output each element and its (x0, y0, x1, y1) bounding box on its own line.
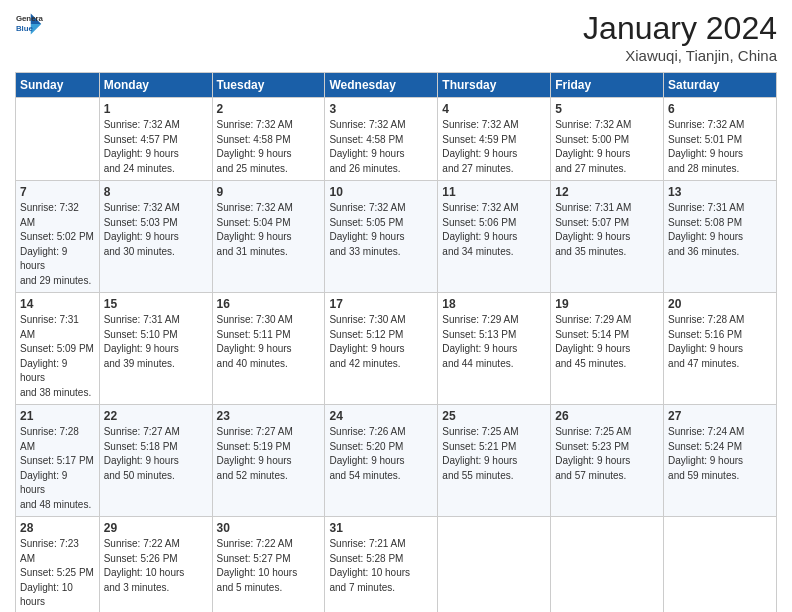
day-info: Sunrise: 7:32 AM Sunset: 4:59 PM Dayligh… (442, 118, 546, 176)
day-info: Sunrise: 7:30 AM Sunset: 5:11 PM Dayligh… (217, 313, 321, 371)
day-number: 8 (104, 185, 208, 199)
day-number: 2 (217, 102, 321, 116)
day-info: Sunrise: 7:27 AM Sunset: 5:18 PM Dayligh… (104, 425, 208, 483)
day-info: Sunrise: 7:32 AM Sunset: 5:00 PM Dayligh… (555, 118, 659, 176)
day-number: 16 (217, 297, 321, 311)
calendar-cell: 7Sunrise: 7:32 AM Sunset: 5:02 PM Daylig… (16, 181, 100, 293)
column-header-wednesday: Wednesday (325, 73, 438, 98)
day-number: 12 (555, 185, 659, 199)
location: Xiawuqi, Tianjin, China (583, 47, 777, 64)
day-info: Sunrise: 7:32 AM Sunset: 5:03 PM Dayligh… (104, 201, 208, 259)
day-info: Sunrise: 7:22 AM Sunset: 5:27 PM Dayligh… (217, 537, 321, 595)
day-number: 11 (442, 185, 546, 199)
calendar-cell: 2Sunrise: 7:32 AM Sunset: 4:58 PM Daylig… (212, 98, 325, 181)
calendar-cell: 5Sunrise: 7:32 AM Sunset: 5:00 PM Daylig… (551, 98, 664, 181)
month-year: January 2024 (583, 10, 777, 47)
day-number: 4 (442, 102, 546, 116)
day-info: Sunrise: 7:31 AM Sunset: 5:07 PM Dayligh… (555, 201, 659, 259)
calendar-cell: 9Sunrise: 7:32 AM Sunset: 5:04 PM Daylig… (212, 181, 325, 293)
page: General Blue January 2024 Xiawuqi, Tianj… (0, 0, 792, 612)
calendar-cell: 28Sunrise: 7:23 AM Sunset: 5:25 PM Dayli… (16, 517, 100, 613)
calendar-cell: 29Sunrise: 7:22 AM Sunset: 5:26 PM Dayli… (99, 517, 212, 613)
day-info: Sunrise: 7:32 AM Sunset: 4:57 PM Dayligh… (104, 118, 208, 176)
day-number: 26 (555, 409, 659, 423)
day-number: 21 (20, 409, 95, 423)
day-number: 19 (555, 297, 659, 311)
day-info: Sunrise: 7:32 AM Sunset: 5:02 PM Dayligh… (20, 201, 95, 288)
day-info: Sunrise: 7:22 AM Sunset: 5:26 PM Dayligh… (104, 537, 208, 595)
day-info: Sunrise: 7:24 AM Sunset: 5:24 PM Dayligh… (668, 425, 772, 483)
svg-text:Blue: Blue (16, 24, 34, 33)
calendar-cell: 10Sunrise: 7:32 AM Sunset: 5:05 PM Dayli… (325, 181, 438, 293)
calendar-cell: 27Sunrise: 7:24 AM Sunset: 5:24 PM Dayli… (664, 405, 777, 517)
day-info: Sunrise: 7:32 AM Sunset: 5:04 PM Dayligh… (217, 201, 321, 259)
day-info: Sunrise: 7:32 AM Sunset: 4:58 PM Dayligh… (329, 118, 433, 176)
day-info: Sunrise: 7:31 AM Sunset: 5:10 PM Dayligh… (104, 313, 208, 371)
calendar-cell (438, 517, 551, 613)
week-row-2: 7Sunrise: 7:32 AM Sunset: 5:02 PM Daylig… (16, 181, 777, 293)
calendar-cell: 6Sunrise: 7:32 AM Sunset: 5:01 PM Daylig… (664, 98, 777, 181)
calendar-cell: 16Sunrise: 7:30 AM Sunset: 5:11 PM Dayli… (212, 293, 325, 405)
calendar-cell (664, 517, 777, 613)
day-info: Sunrise: 7:27 AM Sunset: 5:19 PM Dayligh… (217, 425, 321, 483)
title-block: January 2024 Xiawuqi, Tianjin, China (583, 10, 777, 64)
week-row-5: 28Sunrise: 7:23 AM Sunset: 5:25 PM Dayli… (16, 517, 777, 613)
day-info: Sunrise: 7:29 AM Sunset: 5:13 PM Dayligh… (442, 313, 546, 371)
calendar-cell: 18Sunrise: 7:29 AM Sunset: 5:13 PM Dayli… (438, 293, 551, 405)
day-number: 28 (20, 521, 95, 535)
day-number: 1 (104, 102, 208, 116)
day-number: 22 (104, 409, 208, 423)
calendar-cell: 17Sunrise: 7:30 AM Sunset: 5:12 PM Dayli… (325, 293, 438, 405)
day-info: Sunrise: 7:28 AM Sunset: 5:17 PM Dayligh… (20, 425, 95, 512)
day-info: Sunrise: 7:31 AM Sunset: 5:08 PM Dayligh… (668, 201, 772, 259)
calendar-table: SundayMondayTuesdayWednesdayThursdayFrid… (15, 72, 777, 612)
day-info: Sunrise: 7:25 AM Sunset: 5:23 PM Dayligh… (555, 425, 659, 483)
day-info: Sunrise: 7:31 AM Sunset: 5:09 PM Dayligh… (20, 313, 95, 400)
header-row: SundayMondayTuesdayWednesdayThursdayFrid… (16, 73, 777, 98)
day-number: 3 (329, 102, 433, 116)
day-info: Sunrise: 7:32 AM Sunset: 4:58 PM Dayligh… (217, 118, 321, 176)
day-info: Sunrise: 7:21 AM Sunset: 5:28 PM Dayligh… (329, 537, 433, 595)
day-number: 18 (442, 297, 546, 311)
day-number: 6 (668, 102, 772, 116)
logo: General Blue (15, 10, 43, 38)
day-number: 24 (329, 409, 433, 423)
day-number: 15 (104, 297, 208, 311)
calendar-cell: 8Sunrise: 7:32 AM Sunset: 5:03 PM Daylig… (99, 181, 212, 293)
calendar-cell: 22Sunrise: 7:27 AM Sunset: 5:18 PM Dayli… (99, 405, 212, 517)
day-number: 17 (329, 297, 433, 311)
day-info: Sunrise: 7:32 AM Sunset: 5:01 PM Dayligh… (668, 118, 772, 176)
day-info: Sunrise: 7:26 AM Sunset: 5:20 PM Dayligh… (329, 425, 433, 483)
day-info: Sunrise: 7:25 AM Sunset: 5:21 PM Dayligh… (442, 425, 546, 483)
calendar-cell (16, 98, 100, 181)
column-header-friday: Friday (551, 73, 664, 98)
day-number: 10 (329, 185, 433, 199)
calendar-cell: 20Sunrise: 7:28 AM Sunset: 5:16 PM Dayli… (664, 293, 777, 405)
calendar-cell: 15Sunrise: 7:31 AM Sunset: 5:10 PM Dayli… (99, 293, 212, 405)
calendar-cell: 11Sunrise: 7:32 AM Sunset: 5:06 PM Dayli… (438, 181, 551, 293)
day-info: Sunrise: 7:23 AM Sunset: 5:25 PM Dayligh… (20, 537, 95, 612)
calendar-cell: 12Sunrise: 7:31 AM Sunset: 5:07 PM Dayli… (551, 181, 664, 293)
day-info: Sunrise: 7:30 AM Sunset: 5:12 PM Dayligh… (329, 313, 433, 371)
column-header-tuesday: Tuesday (212, 73, 325, 98)
day-info: Sunrise: 7:28 AM Sunset: 5:16 PM Dayligh… (668, 313, 772, 371)
day-number: 29 (104, 521, 208, 535)
column-header-monday: Monday (99, 73, 212, 98)
calendar-cell: 19Sunrise: 7:29 AM Sunset: 5:14 PM Dayli… (551, 293, 664, 405)
column-header-thursday: Thursday (438, 73, 551, 98)
week-row-1: 1Sunrise: 7:32 AM Sunset: 4:57 PM Daylig… (16, 98, 777, 181)
calendar-cell (551, 517, 664, 613)
calendar-cell: 26Sunrise: 7:25 AM Sunset: 5:23 PM Dayli… (551, 405, 664, 517)
calendar-cell: 30Sunrise: 7:22 AM Sunset: 5:27 PM Dayli… (212, 517, 325, 613)
column-header-saturday: Saturday (664, 73, 777, 98)
calendar-cell: 1Sunrise: 7:32 AM Sunset: 4:57 PM Daylig… (99, 98, 212, 181)
logo-icon: General Blue (15, 10, 43, 38)
calendar-cell: 21Sunrise: 7:28 AM Sunset: 5:17 PM Dayli… (16, 405, 100, 517)
day-number: 7 (20, 185, 95, 199)
day-number: 27 (668, 409, 772, 423)
calendar-cell: 14Sunrise: 7:31 AM Sunset: 5:09 PM Dayli… (16, 293, 100, 405)
day-number: 20 (668, 297, 772, 311)
day-info: Sunrise: 7:32 AM Sunset: 5:05 PM Dayligh… (329, 201, 433, 259)
day-info: Sunrise: 7:29 AM Sunset: 5:14 PM Dayligh… (555, 313, 659, 371)
week-row-3: 14Sunrise: 7:31 AM Sunset: 5:09 PM Dayli… (16, 293, 777, 405)
